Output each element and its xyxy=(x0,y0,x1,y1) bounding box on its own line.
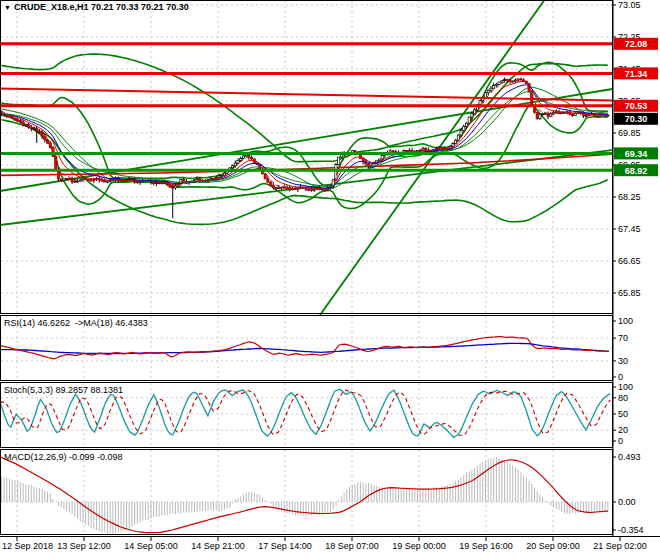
time-axis-label: 19 Sep 16:00 xyxy=(450,541,522,551)
macd-canvas[interactable]: 0.4930.00-0.354 xyxy=(0,449,660,536)
chart-header: ▼CRUDE_X18.e,H1 70.21 70.33 70.21 70.30 xyxy=(4,2,189,12)
rsi-label: RSI(14) 46.6262 ->MA(18) 46.4383 xyxy=(4,318,148,328)
macd-tick-label: -0.354 xyxy=(618,525,644,535)
stoch-tick-label: 50 xyxy=(618,409,628,419)
rsi-value-label: RSI(14) 46.6262 xyxy=(4,318,70,328)
time-axis-label: 14 Sep 05:00 xyxy=(115,541,187,551)
time-axis-label: 19 Sep 00:00 xyxy=(383,541,455,551)
time-axis-label: 21 Sep 02:00 xyxy=(584,541,656,551)
rsi-indicator-pane[interactable]: 10070300 RSI(14) 46.6262 ->MA(18) 46.438… xyxy=(0,315,660,382)
trading-chart-window: 73.0572.2571.4570.6569.8569.0568.2567.45… xyxy=(0,0,660,560)
symbol-label: CRUDE_X18.e,H1 xyxy=(14,2,89,12)
price-level-chip-text: 68.92 xyxy=(625,166,648,176)
stoch-tick-label: 100 xyxy=(618,382,633,392)
price-level-chip-text: 72.08 xyxy=(625,39,648,49)
price-level-chip-text: 69.34 xyxy=(625,149,648,159)
symbol-dropdown-icon[interactable]: ▼ xyxy=(4,4,11,11)
macd-tick-label: 0.00 xyxy=(618,497,636,507)
price-tick-label: 67.45 xyxy=(618,224,641,234)
macd-indicator-pane[interactable]: 0.4930.00-0.354 MACD(12,26,9) -0.099 -0.… xyxy=(0,449,660,536)
stoch-tick-label: 20 xyxy=(618,425,628,435)
time-axis-label: 18 Sep 07:00 xyxy=(316,541,388,551)
stoch-tick-label: 0 xyxy=(618,436,623,446)
time-axis-label: 20 Sep 09:00 xyxy=(517,541,589,551)
rsi-tick-label: 0 xyxy=(618,372,623,382)
price-chart-pane[interactable]: 73.0572.2571.4570.6569.8569.0568.2567.45… xyxy=(0,0,660,315)
price-tick-label: 69.85 xyxy=(618,128,641,138)
ohlc-open: 70.21 xyxy=(91,2,114,12)
macd-tick-label: 0.493 xyxy=(618,452,641,462)
ohlc-close: 70.30 xyxy=(166,2,189,12)
price-tick-label: 65.85 xyxy=(618,288,641,298)
stochastic-indicator-pane[interactable]: 1008050200 Stoch(5,3,3) 89.2857 88.1381 xyxy=(0,382,660,449)
rsi-ma-value-label: ->MA(18) 46.4383 xyxy=(75,318,148,328)
macd-label: MACD(12,26,9) -0.099 -0.098 xyxy=(4,452,123,462)
stochastic-value-label: Stoch(5,3,3) 89.2857 88.1381 xyxy=(4,385,123,395)
time-axis-label: 12 Sep 2018 xyxy=(2,541,53,551)
time-axis-label: 17 Sep 14:00 xyxy=(249,541,321,551)
price-level-chip-text: 70.30 xyxy=(625,114,648,124)
price-tick-label: 73.05 xyxy=(618,0,641,10)
stoch-tick-label: 80 xyxy=(618,393,628,403)
macd-value-label: MACD(12,26,9) -0.099 -0.098 xyxy=(4,452,123,462)
price-tick-label: 66.65 xyxy=(618,256,641,266)
ohlc-high: 70.33 xyxy=(116,2,139,12)
time-axis-label: 14 Sep 21:00 xyxy=(182,541,254,551)
rsi-tick-label: 100 xyxy=(618,316,633,326)
price-tick-label: 68.25 xyxy=(618,192,641,202)
time-axis[interactable]: 12 Sep 201813 Sep 12:0014 Sep 05:0014 Se… xyxy=(0,536,660,560)
rsi-tick-label: 30 xyxy=(618,356,628,366)
price-level-chip-text: 71.34 xyxy=(625,69,648,79)
time-axis-label: 13 Sep 12:00 xyxy=(48,541,120,551)
ohlc-low: 70.21 xyxy=(141,2,164,12)
price-level-chip-text: 70.53 xyxy=(625,101,648,111)
price-chart-canvas[interactable]: 73.0572.2571.4570.6569.8569.0568.2567.45… xyxy=(0,0,660,315)
stochastic-label: Stoch(5,3,3) 89.2857 88.1381 xyxy=(4,385,123,395)
rsi-tick-label: 70 xyxy=(618,333,628,343)
